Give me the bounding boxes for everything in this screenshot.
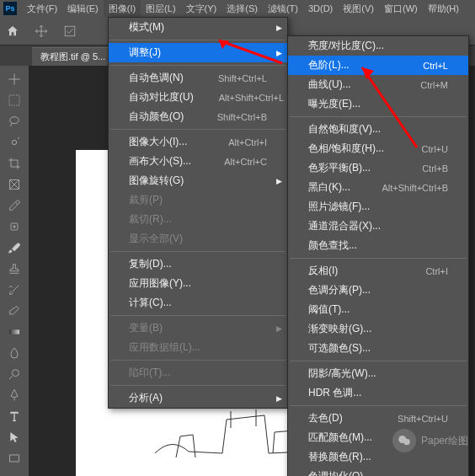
menubar-item[interactable]: 视图(V) bbox=[338, 0, 379, 17]
menu-item-label: 照片滤镜(F)... bbox=[308, 200, 370, 214]
menu-item[interactable]: 图像旋转(G)▶ bbox=[109, 171, 287, 190]
move-tool[interactable] bbox=[3, 69, 25, 89]
menu-item[interactable]: 曲线(U)...Ctrl+M bbox=[288, 75, 468, 94]
menu-separator bbox=[110, 40, 286, 40]
menubar-item[interactable]: 图层(L) bbox=[141, 0, 180, 17]
menu-item-label: 自动颜色(O) bbox=[129, 110, 184, 124]
quick-select-tool[interactable] bbox=[3, 132, 25, 152]
menu-item: 应用数据组(L)... bbox=[109, 338, 287, 357]
home-icon[interactable] bbox=[3, 22, 22, 40]
menu-item-label: 通道混合器(X)... bbox=[308, 219, 381, 233]
dodge-tool[interactable] bbox=[3, 364, 25, 384]
lasso-tool[interactable] bbox=[3, 111, 25, 131]
menu-item-label: 色调分离(P)... bbox=[308, 283, 371, 297]
eraser-tool[interactable] bbox=[3, 301, 25, 321]
menu-item[interactable]: 调整(J)▶ bbox=[109, 43, 287, 62]
crop-tool[interactable] bbox=[3, 153, 25, 174]
rectangle-tool[interactable] bbox=[3, 448, 25, 468]
healing-tool[interactable] bbox=[3, 217, 25, 237]
menu-item-label: 裁剪(P) bbox=[129, 193, 163, 207]
menu-item[interactable]: 模式(M)▶ bbox=[109, 18, 287, 37]
menu-item[interactable]: 应用图像(Y)... bbox=[109, 274, 287, 293]
frame-tool[interactable] bbox=[3, 174, 25, 195]
menu-item[interactable]: 色相/饱和度(H)...Ctrl+U bbox=[288, 139, 468, 158]
menu-item[interactable]: 阈值(T)... bbox=[288, 300, 468, 319]
svg-rect-0 bbox=[65, 26, 75, 36]
menu-item[interactable]: 去色(D)Shift+Ctrl+U bbox=[288, 409, 468, 428]
menu-item[interactable]: 黑白(K)...Alt+Shift+Ctrl+B bbox=[288, 178, 468, 197]
menu-item[interactable]: 色彩平衡(B)...Ctrl+B bbox=[288, 158, 468, 178]
blur-tool[interactable] bbox=[3, 343, 25, 363]
menu-item[interactable]: 分析(A)▶ bbox=[109, 388, 287, 408]
menu-item[interactable]: 自动对比度(U)Alt+Shift+Ctrl+L bbox=[109, 88, 287, 107]
menu-item[interactable]: 自动颜色(O)Shift+Ctrl+B bbox=[109, 107, 287, 126]
menu-item[interactable]: 自动色调(N)Shift+Ctrl+L bbox=[109, 68, 287, 88]
menu-item-label: 黑白(K)... bbox=[308, 180, 350, 195]
menu-item[interactable]: 颜色查找... bbox=[288, 236, 468, 255]
menubar-item[interactable]: 帮助(H) bbox=[423, 0, 464, 17]
menu-item-label: 图像大小(I)... bbox=[129, 135, 187, 149]
checkbox-icon[interactable] bbox=[61, 22, 79, 40]
menu-item[interactable]: 计算(C)... bbox=[109, 293, 287, 313]
menu-item[interactable]: 图像大小(I)...Alt+Ctrl+I bbox=[109, 132, 287, 152]
menubar-item[interactable]: 滤镜(T) bbox=[263, 0, 303, 17]
gradient-tool[interactable] bbox=[3, 322, 25, 342]
menu-item[interactable]: 色阶(L)...Ctrl+L bbox=[288, 56, 468, 75]
menubar-item[interactable]: 3D(D) bbox=[303, 0, 338, 17]
menu-item-label: 色彩平衡(B)... bbox=[308, 161, 371, 175]
watermark: Paper绘图 bbox=[392, 429, 468, 452]
path-select-tool[interactable] bbox=[3, 427, 25, 447]
menu-item: 显示全部(V) bbox=[109, 229, 287, 249]
history-brush-tool[interactable] bbox=[3, 280, 25, 300]
menu-shortcut: Alt+Shift+Ctrl+B bbox=[382, 183, 448, 193]
menu-separator bbox=[110, 360, 286, 361]
submenu-arrow-icon: ▶ bbox=[276, 177, 282, 185]
menu-item[interactable]: 色调均化(Q) bbox=[288, 467, 468, 476]
marquee-tool[interactable] bbox=[3, 90, 25, 110]
menu-item[interactable]: 可选颜色(S)... bbox=[288, 339, 468, 358]
menu-item-label: 曝光度(E)... bbox=[308, 97, 360, 111]
menu-item[interactable]: 曝光度(E)... bbox=[288, 94, 468, 114]
menubar-item[interactable]: 文件(F) bbox=[22, 0, 62, 17]
menu-item[interactable]: HDR 色调... bbox=[288, 383, 468, 403]
menubar-item[interactable]: 选择(S) bbox=[221, 0, 263, 17]
eyedropper-tool[interactable] bbox=[3, 195, 25, 216]
menu-item[interactable]: 亮度/对比度(C)... bbox=[288, 36, 468, 56]
menu-item[interactable]: 渐变映射(G)... bbox=[288, 319, 468, 339]
menu-item-label: 色相/饱和度(H)... bbox=[308, 142, 384, 156]
menubar-item[interactable]: 编辑(E) bbox=[62, 0, 104, 17]
menu-item-label: 图像旋转(G) bbox=[129, 174, 184, 188]
menu-item-label: HDR 色调... bbox=[308, 386, 361, 400]
menu-item: 陷印(T)... bbox=[109, 363, 287, 382]
menu-item[interactable]: 通道混合器(X)... bbox=[288, 217, 468, 236]
menu-item-label: 画布大小(S)... bbox=[129, 154, 191, 168]
menu-separator bbox=[110, 385, 286, 386]
menu-item[interactable]: 自然饱和度(V)... bbox=[288, 120, 468, 139]
menu-item-label: 色调均化(Q) bbox=[308, 469, 363, 476]
menu-item-label: 可选颜色(S)... bbox=[308, 341, 371, 356]
menu-item[interactable]: 色调分离(P)... bbox=[288, 281, 468, 300]
menu-shortcut: Shift+Ctrl+B bbox=[217, 112, 267, 122]
document-tab[interactable]: 教程图.tif @ 5... bbox=[32, 47, 114, 66]
menu-shortcut: Alt+Ctrl+I bbox=[228, 137, 267, 147]
menu-item-label: 复制(D)... bbox=[129, 257, 172, 271]
menu-item-label: 渐变映射(G)... bbox=[308, 322, 371, 336]
pen-tool[interactable] bbox=[3, 385, 25, 405]
stamp-tool[interactable] bbox=[3, 259, 25, 279]
menubar-item[interactable]: 图像(I) bbox=[104, 0, 141, 17]
move-icon[interactable] bbox=[32, 22, 51, 40]
menu-item[interactable]: 阴影/高光(W)... bbox=[288, 364, 468, 383]
menubar-item[interactable]: 文字(Y) bbox=[181, 0, 222, 17]
brush-tool[interactable] bbox=[3, 238, 25, 258]
menubar-item[interactable]: 窗口(W) bbox=[379, 0, 423, 17]
menu-item[interactable]: 照片滤镜(F)... bbox=[288, 197, 468, 217]
menu-separator bbox=[290, 116, 467, 117]
menu-item[interactable]: 反相(I)Ctrl+I bbox=[288, 261, 468, 281]
menu-item[interactable]: 画布大小(S)...Alt+Ctrl+C bbox=[109, 152, 287, 171]
menu-item[interactable]: 复制(D)... bbox=[109, 254, 287, 274]
menu-item-label: 自动色调(N) bbox=[129, 71, 184, 85]
watermark-text: Paper绘图 bbox=[421, 434, 468, 448]
type-tool[interactable] bbox=[3, 406, 25, 426]
menu-item-label: 变量(B) bbox=[129, 321, 163, 335]
menu-item: 裁切(R)... bbox=[109, 210, 287, 229]
